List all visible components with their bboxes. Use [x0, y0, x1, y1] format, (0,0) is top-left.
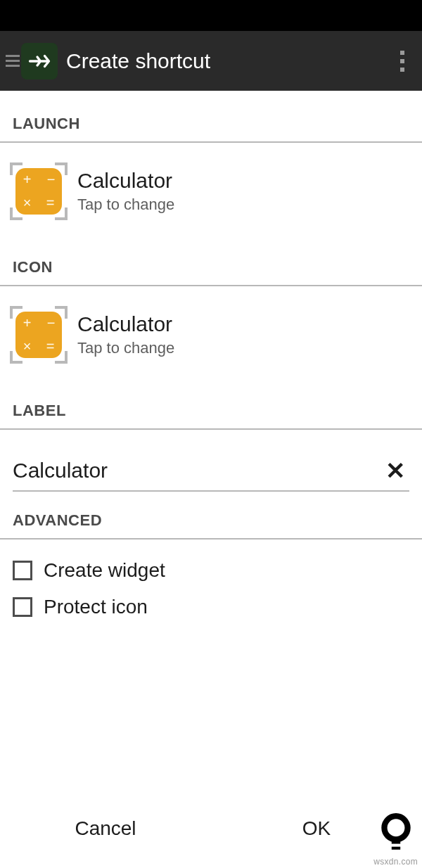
- calculator-icon: +−×=: [13, 165, 65, 217]
- launch-title: Calculator: [77, 169, 174, 193]
- calculator-icon: +−×=: [13, 309, 65, 361]
- create-widget-row[interactable]: Create widget: [0, 540, 422, 589]
- icon-title: Calculator: [77, 312, 174, 336]
- create-widget-label: Create widget: [44, 559, 165, 582]
- overflow-menu-icon[interactable]: [388, 40, 416, 82]
- launch-subtitle: Tap to change: [77, 196, 174, 214]
- protect-icon-label: Protect icon: [44, 596, 148, 618]
- icon-subtitle: Tap to change: [77, 339, 174, 357]
- watermark: wsxdn.com: [373, 857, 418, 867]
- svg-point-0: [384, 816, 407, 839]
- content: LAUNCH +−×= Calculator Tap to change ICO…: [0, 91, 422, 789]
- page-title: Create shortcut: [66, 49, 388, 73]
- svg-rect-1: [392, 838, 400, 843]
- app-bar: Create shortcut: [0, 31, 422, 91]
- cancel-button[interactable]: Cancel: [0, 803, 211, 854]
- icon-item[interactable]: +−×= Calculator Tap to change: [0, 286, 422, 382]
- clear-icon[interactable]: ✕: [381, 457, 409, 485]
- label-input[interactable]: [13, 459, 381, 483]
- menu-icon[interactable]: [6, 54, 20, 68]
- launch-item[interactable]: +−×= Calculator Tap to change: [0, 143, 422, 238]
- section-header-icon: ICON: [0, 238, 422, 286]
- section-header-advanced: ADVANCED: [0, 492, 422, 540]
- protect-icon-row[interactable]: Protect icon: [0, 589, 422, 625]
- section-header-launch: LAUNCH: [0, 105, 422, 143]
- app-logo-icon: [21, 43, 58, 79]
- section-header-label: LABEL: [0, 382, 422, 430]
- label-row: ✕: [13, 457, 409, 492]
- launch-item-text: Calculator Tap to change: [77, 169, 174, 214]
- bottom-bar: Cancel OK: [0, 789, 422, 868]
- create-widget-checkbox[interactable]: [13, 561, 32, 580]
- protect-icon-checkbox[interactable]: [13, 597, 32, 617]
- status-bar: [0, 0, 422, 31]
- hint-bulb-icon[interactable]: [378, 812, 414, 855]
- icon-item-text: Calculator Tap to change: [77, 312, 174, 357]
